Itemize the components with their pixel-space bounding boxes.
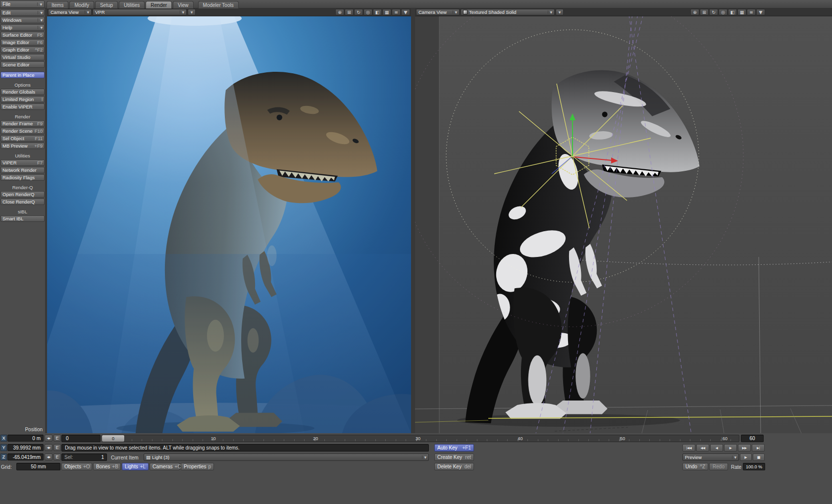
viewport-vpr-header: Camera View ▼ VPR ▼ ▼ ⊕ ⊞ ↻ ◎ ◧: [47, 8, 411, 16]
viewport-extra-dropdown[interactable]: ▼: [188, 9, 196, 15]
prev-keyframe-button[interactable]: ◀◀: [696, 444, 709, 452]
viewport-options-icon[interactable]: ▼: [756, 9, 765, 15]
preview-dropdown[interactable]: Preview ▼: [682, 454, 739, 461]
grid-size-field[interactable]: 50 mm: [16, 463, 60, 470]
properties-button[interactable]: Properties p: [181, 463, 214, 470]
sidebar-item-scene-editor[interactable]: Scene Editor: [0, 61, 45, 68]
tab-render[interactable]: Render: [146, 1, 172, 8]
parent-in-place-button[interactable]: Parent in Place: [0, 72, 45, 78]
sidebar-item-sel-object[interactable]: Sel Object F11: [0, 135, 45, 142]
selection-band: Z -65.0419mm ◀▶ E Sel: 1 Current Item ▤ …: [0, 453, 832, 462]
sidebar-item-render-globals[interactable]: Render Globals: [0, 89, 45, 95]
delete-key-button[interactable]: Delete Key del: [434, 463, 474, 470]
frame-slider-handle[interactable]: 0: [102, 435, 125, 442]
viewport-menu-icon[interactable]: ≡: [747, 9, 756, 15]
tab-modeler-tools[interactable]: Modeler Tools: [198, 1, 239, 8]
move-view-icon[interactable]: ⊞: [345, 9, 354, 15]
z-axis-badge: Z: [0, 454, 7, 460]
x-spinner[interactable]: ◀▶: [45, 435, 52, 442]
sidebar-item-enable-viper[interactable]: Enable VIPER: [0, 103, 45, 110]
sidebar-item-surface-editor[interactable]: Surface Editor F5: [0, 32, 45, 38]
tab-setup[interactable]: Setup: [95, 1, 118, 8]
x-envelope-button[interactable]: E: [53, 435, 61, 442]
selection-count-field[interactable]: Sel: 1: [61, 454, 107, 461]
y-spinner[interactable]: ◀▶: [45, 444, 52, 451]
go-first-frame-button[interactable]: |◀◀: [682, 444, 695, 452]
lights-button[interactable]: Lights +L: [122, 463, 149, 470]
go-last-frame-button[interactable]: ▶|: [752, 444, 765, 452]
zoom-icon[interactable]: ◎: [719, 9, 728, 15]
tab-items[interactable]: Items: [47, 1, 68, 8]
shaded-viewport-scene[interactable]: [415, 16, 832, 433]
sidebar-item-smart-ibl[interactable]: Smart IBL: [0, 215, 45, 222]
sidebar-item-radiosity-flags[interactable]: Radiosity Flags: [0, 174, 45, 181]
y-position-field[interactable]: 39.9992 mm: [7, 444, 44, 451]
current-frame-field[interactable]: 0: [61, 435, 101, 442]
auto-key-button[interactable]: Auto Key +F1: [434, 444, 474, 452]
current-item-dropdown[interactable]: ▤ Light (3) ▼: [144, 454, 429, 461]
file-menu[interactable]: File ▼: [0, 0, 45, 8]
rate-field[interactable]: 100.0 %: [743, 463, 765, 470]
view-mode-dropdown[interactable]: Camera View ▼: [416, 9, 460, 15]
preview-stop-button[interactable]: ■: [753, 454, 765, 461]
x-position-field[interactable]: 0 m: [7, 435, 44, 442]
viewport-splitter[interactable]: [411, 8, 415, 433]
preview-buttons: ▶■: [740, 454, 765, 461]
play-forward-button[interactable]: ▶: [724, 444, 737, 452]
qu​ad-view-icon[interactable]: ▦: [382, 9, 391, 15]
rotate-view-icon[interactable]: ↻: [709, 9, 718, 15]
create-key-button[interactable]: Create Key ret: [434, 454, 474, 461]
sidebar-item-render-scene[interactable]: Render Scene F10: [0, 128, 45, 134]
bones-button[interactable]: Bones +B: [93, 463, 121, 470]
sidebar-item-close-renderq[interactable]: Close RenderQ: [0, 199, 45, 205]
preview-play-button[interactable]: ▶: [740, 454, 752, 461]
viewport-shaded: Camera View ▼ Textured Shaded Solid ▼ ▼ …: [415, 8, 832, 433]
qu​ad-view-icon[interactable]: ▦: [737, 9, 746, 15]
sidebar-item-network-render[interactable]: Network Render: [0, 167, 45, 173]
item-list-icon: ▤: [146, 454, 151, 460]
sidebar-item-render-frame[interactable]: Render Frame F9: [0, 120, 45, 127]
sidebar-item-mb-preview[interactable]: MB Preview +F9: [0, 143, 45, 149]
vpr-render-scene[interactable]: [47, 16, 411, 433]
section-title-renderq: Render-Q: [0, 185, 45, 190]
cameras-button[interactable]: Cameras +C: [150, 463, 180, 470]
single-pane-icon[interactable]: ◧: [373, 9, 382, 15]
tab-utilities[interactable]: Utilities: [119, 1, 145, 8]
tab-view[interactable]: View: [173, 1, 194, 8]
sidebar-menu-help[interactable]: Help ▼: [0, 24, 45, 31]
move-view-icon[interactable]: ⊞: [700, 9, 709, 15]
render-mode-dropdown[interactable]: Textured Shaded Solid ▼: [461, 9, 555, 15]
render-mode-dropdown[interactable]: VPR ▼: [93, 9, 187, 15]
redo-button[interactable]: Redo: [709, 463, 728, 470]
play-reverse-button[interactable]: ◀: [710, 444, 723, 452]
zoom-icon[interactable]: ◎: [364, 9, 372, 15]
view-mode-dropdown[interactable]: Camera View ▼: [48, 9, 92, 15]
objects-button[interactable]: Objects +O: [61, 463, 92, 470]
single-pane-icon[interactable]: ◧: [728, 9, 737, 15]
viewport-menu-icon[interactable]: ≡: [392, 9, 401, 15]
sidebar-menu-windows[interactable]: Windows ▼: [0, 17, 45, 23]
sidebar-menu-edit[interactable]: Edit ▼: [0, 9, 45, 16]
timeline-ruler[interactable]: [102, 435, 739, 442]
sidebar-item-viper[interactable]: VIPER F7: [0, 159, 45, 166]
sidebar-item-limited-region[interactable]: Limited Region l: [0, 96, 45, 102]
sidebar-item-open-renderq[interactable]: Open RenderQ: [0, 191, 45, 198]
z-envelope-button[interactable]: E: [53, 454, 61, 460]
y-envelope-button[interactable]: E: [53, 444, 61, 451]
sidebar-item-graph-editor[interactable]: Graph Editor ^F2: [0, 47, 45, 53]
chevron-down-icon: ▼: [38, 11, 43, 14]
z-spinner[interactable]: ◀▶: [45, 454, 52, 460]
sidebar-item-virtual-studio[interactable]: Virtual Studio: [0, 54, 45, 60]
tab-modify[interactable]: Modify: [69, 1, 94, 8]
sidebar-item-image-editor[interactable]: Image Editor F6: [0, 39, 45, 46]
end-frame-field[interactable]: 60: [741, 435, 764, 442]
undo-button[interactable]: Undo ^Z: [682, 463, 708, 470]
grid-label: Grid:: [1, 464, 12, 470]
rotate-view-icon[interactable]: ↻: [354, 9, 363, 15]
viewport-extra-dropdown[interactable]: ▼: [556, 9, 564, 15]
pan-icon[interactable]: ⊕: [335, 9, 344, 15]
next-keyframe-button[interactable]: ▶▶: [738, 444, 751, 452]
viewport-options-icon[interactable]: ▼: [401, 9, 410, 15]
pan-icon[interactable]: ⊕: [690, 9, 699, 15]
z-position-field[interactable]: -65.0419mm: [7, 454, 44, 460]
